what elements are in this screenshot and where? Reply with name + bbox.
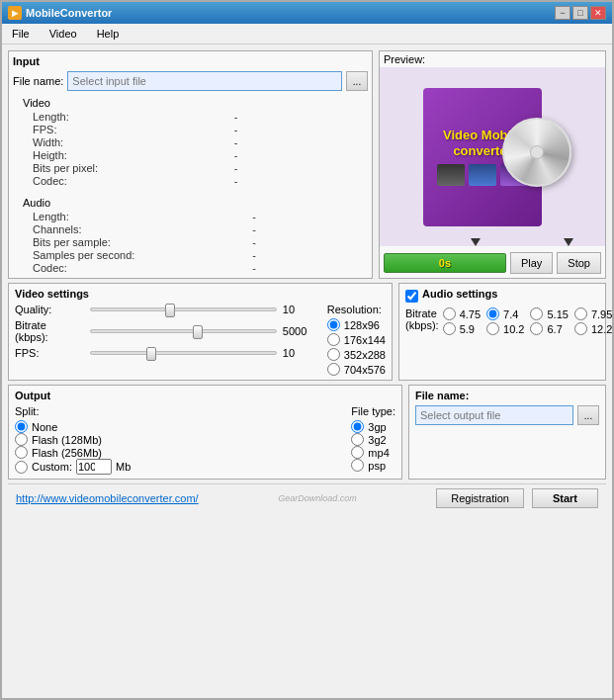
minimize-button[interactable]: − <box>555 6 570 20</box>
app-window: ▶ MobileConvertor − □ ✕ File Video Help … <box>0 0 614 700</box>
split-group: Split: None Flash (128Mb) Flash (256Mb) <box>15 405 341 475</box>
audio-102-option[interactable]: 10.2 <box>486 322 524 335</box>
audio-enabled-checkbox[interactable] <box>405 290 418 303</box>
app-icon: ▶ <box>8 6 22 20</box>
res-704x576-option[interactable]: 704x576 <box>327 363 386 376</box>
res-176x144-option[interactable]: 176x144 <box>327 333 386 346</box>
audio-74-option[interactable]: 7.4 <box>486 307 524 320</box>
res-128x96-option[interactable]: 128x96 <box>327 318 386 331</box>
video-bpp-value: - <box>234 162 368 174</box>
audio-795-option[interactable]: 7.95 <box>574 307 612 320</box>
menu-file[interactable]: File <box>6 26 36 42</box>
filetype-group: File type: 3gp 3g2 mp4 <box>351 405 395 475</box>
audio-475-option[interactable]: 4.75 <box>443 307 481 320</box>
audio-795-radio[interactable] <box>574 307 587 320</box>
ft-psp-radio[interactable] <box>351 459 364 472</box>
split-none-radio[interactable] <box>15 420 28 433</box>
action-buttons: Registration Start <box>436 488 598 508</box>
preview-label: Preview: <box>380 51 605 67</box>
resolution-group: 128x96 176x144 352x288 <box>327 318 386 376</box>
audio-59-radio[interactable] <box>443 322 456 335</box>
progress-markers <box>380 238 605 246</box>
product-disc <box>502 118 571 187</box>
play-button[interactable]: Play <box>510 252 553 274</box>
close-button[interactable]: ✕ <box>590 6 606 20</box>
res-352x288-label: 352x288 <box>344 349 386 361</box>
bitrate-value: 5000 <box>283 325 317 337</box>
title-bar-left: ▶ MobileConvertor <box>8 6 112 20</box>
split-label: Split: <box>15 405 341 417</box>
fps-thumb[interactable] <box>146 347 156 361</box>
audio-59-label: 5.9 <box>460 323 475 335</box>
ft-mp4-radio[interactable] <box>351 446 364 459</box>
registration-button[interactable]: Registration <box>436 488 524 508</box>
ft-3g2-radio[interactable] <box>351 433 364 446</box>
video-subsection-title: Video <box>23 97 368 109</box>
audio-67-option[interactable]: 6.7 <box>530 322 568 335</box>
video-fps-label: FPS: <box>33 124 228 135</box>
split-custom-radio[interactable] <box>15 461 28 474</box>
menu-help[interactable]: Help <box>91 26 126 42</box>
thumb-2 <box>469 164 496 186</box>
output-browse-button[interactable]: ... <box>577 405 599 425</box>
audio-channels-label: Channels: <box>33 223 246 235</box>
quality-slider[interactable] <box>90 307 277 311</box>
audio-67-radio[interactable] <box>530 322 543 335</box>
fps-label: FPS: <box>15 347 84 359</box>
audio-122-option[interactable]: 12.2 <box>574 322 612 335</box>
audio-59-option[interactable]: 5.9 <box>443 322 481 335</box>
output-file-field[interactable] <box>415 405 573 425</box>
stop-button[interactable]: Stop <box>557 252 601 274</box>
split-flash256-radio[interactable] <box>15 446 28 459</box>
split-flash256-option[interactable]: Flash (256Mb) <box>15 446 341 459</box>
ft-3g2-option[interactable]: 3g2 <box>351 433 395 446</box>
ft-3gp-option[interactable]: 3gp <box>351 420 395 433</box>
res-352x288-radio[interactable] <box>327 348 340 361</box>
quality-thumb[interactable] <box>165 304 175 317</box>
fps-slider[interactable] <box>90 351 277 355</box>
video-codec-label: Codec: <box>33 175 228 187</box>
preview-image: Video Mobileconverter <box>380 67 605 246</box>
ft-3gp-radio[interactable] <box>351 420 364 433</box>
audio-122-radio[interactable] <box>574 322 587 335</box>
audio-header: Audio settings <box>405 288 599 304</box>
resolution-panel: Resolution: 128x96 176x144 <box>327 304 386 376</box>
video-codec-value: - <box>234 175 368 187</box>
split-none-label: None <box>32 421 57 433</box>
input-title: Input <box>13 55 368 67</box>
maximize-button[interactable]: □ <box>572 6 588 20</box>
split-none-option[interactable]: None <box>15 420 341 433</box>
split-flash128-option[interactable]: Flash (128Mb) <box>15 433 341 446</box>
main-content: Input File name: ... Video Length: - FPS… <box>2 44 612 698</box>
split-custom-value[interactable] <box>76 459 112 475</box>
video-height-label: Heigth: <box>33 149 228 161</box>
audio-102-radio[interactable] <box>486 322 499 335</box>
ft-psp-option[interactable]: psp <box>351 459 395 472</box>
audio-codec-value: - <box>252 262 368 274</box>
audio-515-option[interactable]: 5.15 <box>530 307 568 320</box>
menu-video[interactable]: Video <box>44 26 83 42</box>
bitrate-slider[interactable] <box>90 329 277 333</box>
menu-bar: File Video Help <box>2 24 612 44</box>
split-flash128-radio[interactable] <box>15 433 28 446</box>
audio-475-radio[interactable] <box>443 307 456 320</box>
start-button[interactable]: Start <box>532 488 598 508</box>
res-352x288-option[interactable]: 352x288 <box>327 348 386 361</box>
audio-74-label: 7.4 <box>503 308 518 320</box>
audio-74-radio[interactable] <box>486 307 499 320</box>
marker-right <box>564 238 573 246</box>
res-128x96-radio[interactable] <box>327 318 340 331</box>
website-link[interactable]: http://www.videomobileconverter.com/ <box>16 492 199 504</box>
video-height-value: - <box>234 149 368 161</box>
ft-mp4-option[interactable]: mp4 <box>351 446 395 459</box>
input-browse-button[interactable]: ... <box>346 71 368 91</box>
res-704x576-radio[interactable] <box>327 363 340 376</box>
audio-515-radio[interactable] <box>530 307 543 320</box>
output-filename-panel: File name: ... <box>408 385 606 480</box>
input-file-field[interactable] <box>67 71 342 91</box>
audio-channels-value: - <box>252 223 368 235</box>
video-width-value: - <box>234 136 368 148</box>
res-176x144-radio[interactable] <box>327 333 340 346</box>
bitrate-thumb[interactable] <box>193 325 203 339</box>
progress-bar[interactable]: 0s <box>384 253 506 273</box>
